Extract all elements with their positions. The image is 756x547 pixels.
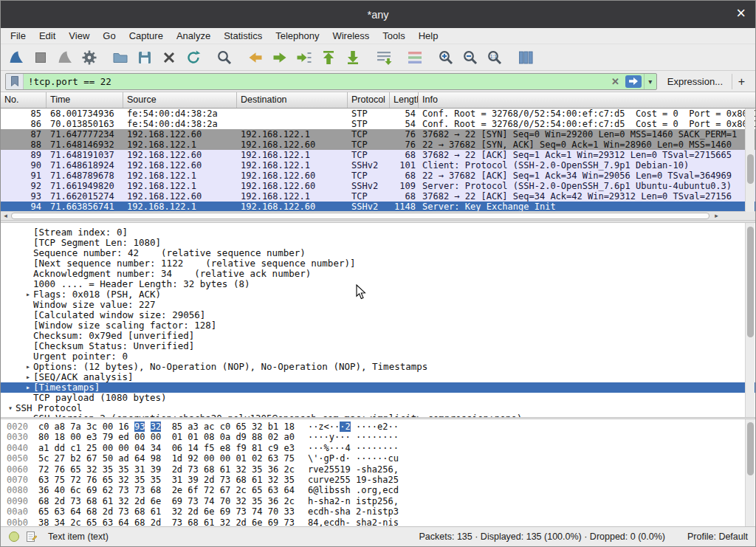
detail-line[interactable]: [TCP Segment Len: 1080] bbox=[1, 238, 755, 248]
title-bar[interactable]: *any × bbox=[1, 1, 755, 28]
hscroll-left-arrow-icon[interactable]: ◂ bbox=[1, 212, 10, 220]
bytes-vscrollbar[interactable] bbox=[745, 419, 755, 528]
expander-collapsed-icon[interactable]: ▸ bbox=[23, 289, 33, 300]
menu-telephony[interactable]: Telephony bbox=[269, 28, 326, 44]
hex-row-00a0[interactable]: 00a065 63 64 68 2d 73 68 61 32 2d 6e 69 … bbox=[7, 506, 755, 517]
packet-row-86[interactable]: 8670.013850163fe:54:00:d4:38:2aSTP54Conf… bbox=[1, 119, 755, 129]
go-forward-icon[interactable] bbox=[270, 48, 289, 67]
detail-line[interactable]: ▾SSH Protocol bbox=[1, 403, 755, 413]
packet-list-vscrollbar[interactable] bbox=[745, 109, 755, 212]
menu-help[interactable]: Help bbox=[412, 28, 445, 44]
detail-line[interactable]: [Checksum Status: Unverified] bbox=[1, 341, 755, 351]
expander-collapsed-icon[interactable]: ▸ bbox=[23, 382, 33, 393]
hex-row-0080[interactable]: 008036 40 6c 69 62 73 73 68 2e 6f 72 67 … bbox=[7, 485, 755, 495]
reload-icon[interactable] bbox=[184, 48, 203, 67]
menu-view[interactable]: View bbox=[62, 28, 96, 44]
capture-restart-icon[interactable] bbox=[55, 48, 75, 67]
detail-line[interactable]: ▸[Timestamps] bbox=[1, 382, 755, 393]
go-to-packet-icon[interactable] bbox=[295, 48, 314, 67]
detail-line[interactable]: Urgent pointer: 0 bbox=[1, 351, 755, 362]
zoom-in-icon[interactable] bbox=[436, 48, 456, 67]
find-packet-icon[interactable] bbox=[215, 48, 234, 67]
packet-row-92[interactable]: 9271.661949820192.168.122.1192.168.122.6… bbox=[1, 181, 755, 191]
capture-start-icon[interactable] bbox=[7, 48, 26, 67]
column-header-length[interactable]: Length bbox=[390, 92, 419, 108]
menu-wireless[interactable]: Wireless bbox=[326, 28, 376, 44]
vscroll-thumb[interactable] bbox=[747, 422, 754, 475]
detail-line[interactable]: Checksum: 0x79ed [unverified] bbox=[1, 331, 755, 341]
expression-button[interactable]: Expression... bbox=[667, 76, 723, 87]
profile-button[interactable]: Profile: Default bbox=[687, 531, 748, 542]
packet-row-90[interactable]: 9071.648618924192.168.122.60192.168.122.… bbox=[1, 160, 755, 171]
filter-apply-button[interactable] bbox=[625, 75, 642, 88]
filter-bookmark-icon[interactable] bbox=[6, 74, 24, 89]
packet-row-93[interactable]: 9371.662015274192.168.122.60192.168.122.… bbox=[1, 191, 755, 202]
menu-tools[interactable]: Tools bbox=[376, 28, 411, 44]
detail-line[interactable]: [Stream index: 0] bbox=[1, 227, 755, 238]
vscroll-thumb[interactable] bbox=[747, 154, 754, 184]
detail-line[interactable]: [Calculated window size: 29056] bbox=[1, 310, 755, 320]
menu-analyze[interactable]: Analyze bbox=[170, 28, 217, 44]
hex-row-0090[interactable]: 009068 2d 73 68 61 32 2d 6e 69 73 74 70 … bbox=[7, 496, 755, 506]
menu-edit[interactable]: Edit bbox=[32, 28, 62, 44]
column-header-destination[interactable]: Destination bbox=[237, 92, 348, 108]
menu-file[interactable]: File bbox=[4, 28, 32, 44]
packet-row-94[interactable]: 9471.663856741192.168.122.1192.168.122.6… bbox=[1, 202, 755, 212]
menu-capture[interactable]: Capture bbox=[123, 28, 170, 44]
vscroll-thumb[interactable] bbox=[747, 227, 754, 337]
packet-row-87[interactable]: 8771.647777234192.168.122.60192.168.122.… bbox=[1, 129, 755, 140]
menu-go[interactable]: Go bbox=[96, 28, 122, 44]
hex-row-0070[interactable]: 007063 75 72 76 65 32 35 35 31 39 2d 73 … bbox=[7, 475, 755, 485]
column-header-source[interactable]: Source bbox=[123, 92, 237, 108]
hex-row-0050[interactable]: 00505c 27 b2 67 50 ad 64 98 1d 92 00 00 … bbox=[7, 453, 755, 464]
add-filter-button[interactable]: + bbox=[732, 74, 751, 89]
column-header-time[interactable]: Time bbox=[47, 92, 123, 108]
detail-line[interactable]: Acknowledgment number: 34 (relative ack … bbox=[1, 269, 755, 279]
zoom-original-icon[interactable]: 1:1 bbox=[485, 48, 504, 67]
expander-collapsed-icon[interactable]: ▸ bbox=[23, 362, 33, 372]
capture-comment-icon[interactable] bbox=[26, 531, 38, 543]
hex-row-0040[interactable]: 0040a1 dd c1 25 00 00 04 34 06 14 f5 e8 … bbox=[7, 443, 755, 453]
detail-line[interactable]: ▸Flags: 0x018 (PSH, ACK) bbox=[1, 289, 755, 300]
filter-dropdown-icon[interactable]: ▾ bbox=[644, 74, 656, 89]
packet-list-hscrollbar[interactable]: ◂ ▸ bbox=[1, 211, 755, 220]
column-header-info[interactable]: Info bbox=[419, 92, 755, 108]
hscroll-right-arrow-icon[interactable]: ▸ bbox=[712, 212, 721, 220]
display-filter-input[interactable]: !tcp.port == 22 ✕ ▾ bbox=[5, 73, 657, 90]
detail-line[interactable]: [Next sequence number: 1122 (relative se… bbox=[1, 258, 755, 269]
packet-row-89[interactable]: 8971.648191037192.168.122.60192.168.122.… bbox=[1, 150, 755, 160]
go-bottom-icon[interactable] bbox=[343, 48, 362, 67]
expert-info-icon[interactable] bbox=[8, 531, 20, 543]
capture-options-icon[interactable] bbox=[80, 48, 99, 67]
menu-statistics[interactable]: Statistics bbox=[217, 28, 269, 44]
hex-row-0020[interactable]: 0020c0 a8 7a 3c 00 16 93 32 85 a3 ac c0 … bbox=[7, 422, 755, 432]
zoom-out-icon[interactable] bbox=[461, 48, 480, 67]
filter-text[interactable]: !tcp.port == 22 bbox=[24, 76, 605, 87]
capture-stop-icon[interactable] bbox=[31, 48, 50, 67]
file-save-icon[interactable] bbox=[135, 48, 154, 67]
hex-row-0030[interactable]: 003080 18 00 e3 79 ed 00 00 01 01 08 0a … bbox=[7, 432, 755, 442]
packet-row-91[interactable]: 9171.648789678192.168.122.1192.168.122.6… bbox=[1, 171, 755, 181]
detail-line[interactable]: Sequence number: 42 (relative sequence n… bbox=[1, 248, 755, 258]
filter-clear-icon[interactable]: ✕ bbox=[605, 76, 625, 87]
column-header-no[interactable]: No. bbox=[1, 92, 47, 108]
detail-line[interactable]: [Window size scaling factor: 128] bbox=[1, 320, 755, 331]
go-top-icon[interactable] bbox=[319, 48, 338, 67]
detail-line[interactable]: 1000 .... = Header Length: 32 bytes (8) bbox=[1, 279, 755, 289]
resize-columns-icon[interactable] bbox=[516, 48, 535, 67]
window-close-button[interactable]: × bbox=[736, 4, 746, 22]
colorize-icon[interactable] bbox=[405, 48, 425, 67]
detail-line[interactable]: TCP payload (1080 bytes) bbox=[1, 393, 755, 403]
file-open-icon[interactable] bbox=[111, 48, 130, 67]
autoscroll-icon[interactable] bbox=[374, 48, 394, 67]
detail-line[interactable]: ▸[SEQ/ACK analysis] bbox=[1, 372, 755, 382]
details-vscrollbar[interactable] bbox=[745, 223, 755, 417]
packet-row-85[interactable]: 8568.001734936fe:54:00:d4:38:2aSTP54Conf… bbox=[1, 109, 755, 119]
detail-line[interactable]: ▸Options: (12 bytes), No-Operation (NOP)… bbox=[1, 362, 755, 372]
go-back-icon[interactable] bbox=[246, 48, 265, 67]
column-header-protocol[interactable]: Protocol bbox=[348, 92, 390, 108]
file-close-icon[interactable] bbox=[159, 48, 179, 67]
expander-collapsed-icon[interactable]: ▸ bbox=[23, 372, 33, 382]
packet-row-88[interactable]: 8871.648146932192.168.122.1192.168.122.6… bbox=[1, 140, 755, 150]
detail-line[interactable]: Window size value: 227 bbox=[1, 300, 755, 310]
